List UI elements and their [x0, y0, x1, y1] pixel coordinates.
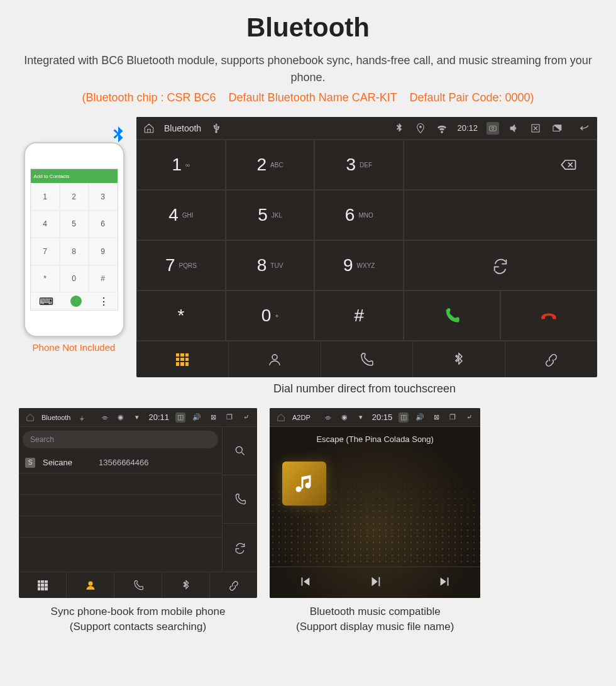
- svg-rect-1: [490, 126, 497, 131]
- backspace-button[interactable]: [404, 140, 597, 190]
- home-icon[interactable]: [25, 412, 35, 423]
- nav-call-history[interactable]: [114, 572, 162, 598]
- nav-pair[interactable]: [505, 341, 597, 377]
- bluetooth-status-icon: ⌯: [99, 412, 109, 423]
- hangup-button[interactable]: [500, 290, 597, 341]
- side-sync-button[interactable]: [222, 524, 257, 572]
- music-bar-title: A2DP: [292, 414, 311, 421]
- dialkey-2[interactable]: 2ABC: [226, 140, 315, 190]
- dialkey-6[interactable]: 6MNO: [314, 190, 404, 240]
- dialkey-3[interactable]: 3DEF: [314, 140, 404, 190]
- contact-search[interactable]: Search: [23, 431, 218, 448]
- music-panel: A2DP ⌯ ◉ ▾ 20:15 ◫ 🔊 ⊠ ❐ ⤶ Escape (The P…: [270, 408, 480, 598]
- close-icon[interactable]: ⊠: [431, 412, 441, 423]
- svg-point-2: [492, 127, 494, 130]
- phonebook-panel: Bluetooth ⏚ ⌯ ◉ ▾ 20:11 ◫ 🔊 ⊠ ❐ ⤶ Search: [19, 408, 257, 598]
- svg-point-0: [420, 126, 422, 128]
- recent-apps-icon[interactable]: [551, 122, 563, 135]
- empty-cell: [404, 190, 597, 240]
- contact-badge: S: [25, 458, 35, 468]
- next-track-button[interactable]: [438, 575, 452, 591]
- track-title: Escape (The Pina Colada Song): [270, 427, 480, 451]
- empty-row: [19, 538, 222, 559]
- location-icon: ◉: [339, 412, 349, 423]
- page-title: Bluetooth: [19, 13, 597, 43]
- play-pause-button[interactable]: [368, 575, 382, 591]
- dialer-head-unit: Bluetooth 20:12 1∞2ABC3DEF4GHI5JKL6MNO7P…: [136, 117, 597, 377]
- bluetooth-status-icon: [393, 122, 405, 135]
- recent-apps-icon[interactable]: ❐: [448, 412, 458, 423]
- screenshot-icon[interactable]: ◫: [175, 412, 185, 423]
- phone-caption: Phone Not Included: [19, 342, 129, 353]
- dialkey-8[interactable]: 8TUV: [226, 240, 315, 290]
- nav-contacts[interactable]: [229, 341, 321, 377]
- svg-point-7: [89, 582, 92, 585]
- side-search-button[interactable]: [222, 427, 257, 475]
- screenshot-icon[interactable]: [487, 122, 499, 135]
- bluetooth-wave-icon: [107, 124, 129, 152]
- usb-icon: [210, 122, 223, 135]
- volume-icon[interactable]: 🔊: [415, 412, 425, 423]
- wifi-icon: [436, 122, 448, 135]
- phonebook-time: 20:11: [148, 412, 169, 422]
- close-icon[interactable]: [529, 122, 542, 135]
- contact-name: Seicane: [43, 458, 72, 467]
- music-time: 20:15: [372, 412, 393, 422]
- svg-point-5: [272, 355, 277, 360]
- dialer-time: 20:12: [457, 123, 478, 133]
- dialkey-9[interactable]: 9WXYZ: [314, 240, 404, 290]
- dialkey-4[interactable]: 4GHI: [136, 190, 226, 240]
- usb-icon: ⏚: [77, 412, 87, 423]
- nav-call-history[interactable]: [321, 341, 414, 377]
- back-icon[interactable]: ⤶: [464, 412, 474, 423]
- nav-bluetooth[interactable]: [413, 341, 505, 377]
- contact-row[interactable]: S Seicane 13566664466: [19, 452, 222, 473]
- svg-point-6: [236, 446, 242, 453]
- side-call-button[interactable]: [222, 475, 257, 524]
- dialkey-0[interactable]: 0+: [226, 290, 315, 341]
- music-status-bar: A2DP ⌯ ◉ ▾ 20:15 ◫ 🔊 ⊠ ❐ ⤶: [270, 408, 480, 427]
- dialer-caption: Dial number direct from touchscreen: [19, 382, 597, 396]
- phonebook-bar-title: Bluetooth: [41, 414, 70, 421]
- screenshot-icon[interactable]: ◫: [399, 412, 409, 423]
- phonebook-status-bar: Bluetooth ⏚ ⌯ ◉ ▾ 20:11 ◫ 🔊 ⊠ ❐ ⤶: [19, 408, 257, 427]
- phonebook-caption: Sync phone-book from mobile phone(Suppor…: [19, 604, 257, 634]
- dialkey-1[interactable]: 1∞: [136, 140, 226, 190]
- location-icon: ◉: [116, 412, 126, 423]
- redial-button[interactable]: [404, 240, 597, 290]
- phone-illustration: Add to Contacts 123 456 789 *0# ⌨⋮ Phone…: [19, 117, 129, 353]
- dialkey-5[interactable]: 5JKL: [226, 190, 315, 240]
- bluetooth-status-icon: ⌯: [323, 412, 333, 423]
- dialkey-7[interactable]: 7PQRS: [136, 240, 226, 290]
- dialkey-#[interactable]: #: [314, 290, 404, 341]
- contact-number: 13566664466: [99, 458, 149, 467]
- bluetooth-specs: (Bluetooth chip : CSR BC6 Default Blueto…: [19, 91, 597, 104]
- empty-row: [19, 516, 222, 538]
- dialer-status-bar: Bluetooth 20:12: [136, 117, 597, 140]
- wifi-icon: ▾: [356, 412, 366, 423]
- dialer-bar-title: Bluetooth: [164, 123, 201, 133]
- volume-icon[interactable]: 🔊: [192, 412, 202, 423]
- home-icon[interactable]: [276, 412, 286, 423]
- nav-dialpad[interactable]: [19, 572, 67, 598]
- call-button[interactable]: [404, 290, 500, 341]
- nav-dialpad[interactable]: [136, 341, 229, 377]
- music-caption: Bluetooth music compatible(Support displ…: [270, 604, 480, 634]
- volume-icon[interactable]: [508, 122, 520, 135]
- back-icon[interactable]: ⤶: [241, 412, 251, 423]
- home-icon[interactable]: [143, 122, 155, 135]
- nav-bluetooth[interactable]: [162, 572, 210, 598]
- nav-contacts[interactable]: [67, 572, 114, 598]
- location-icon: [414, 122, 427, 135]
- close-icon[interactable]: ⊠: [208, 412, 218, 423]
- phone-topbar-label: Add to Contacts: [34, 174, 70, 179]
- dialkey-*[interactable]: *: [136, 290, 226, 341]
- recent-apps-icon[interactable]: ❐: [224, 412, 234, 423]
- empty-row: [19, 495, 222, 516]
- empty-row: [19, 473, 222, 495]
- wifi-icon: ▾: [132, 412, 142, 423]
- nav-pair[interactable]: [210, 572, 257, 598]
- prev-track-button[interactable]: [298, 575, 312, 591]
- back-icon[interactable]: [578, 122, 591, 135]
- page-subtitle: Integrated with BC6 Bluetooth module, su…: [19, 52, 597, 86]
